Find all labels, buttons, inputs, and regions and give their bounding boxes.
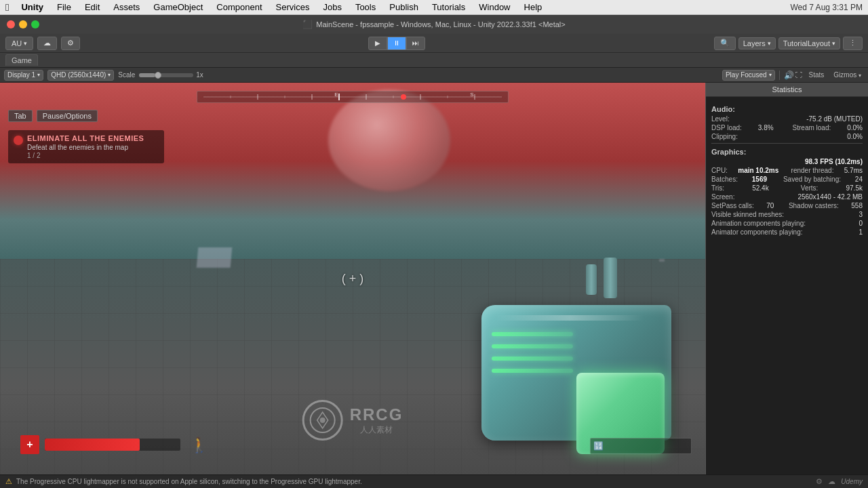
resolution-select[interactable]: QHD (2560x1440) ▾ (47, 70, 114, 81)
apple-menu[interactable]:  (5, 1, 9, 13)
stats-dsp-label: DSP load: (711, 124, 742, 131)
stats-screen-label: Screen: (711, 193, 734, 201)
objective-indicator (14, 136, 23, 145)
stats-verts-label: Verts: (801, 184, 818, 192)
display-select[interactable]: Display 1 ▾ (4, 70, 43, 81)
stats-toggle[interactable]: Stats (806, 70, 827, 79)
game-viewport[interactable]: Tab Pause/Options E (0, 83, 705, 474)
play-button[interactable]: ▶ (368, 37, 387, 50)
gizmos-toggle[interactable]: Gizmos ▾ (831, 70, 864, 79)
stats-stream-value: 0.0% (847, 124, 863, 131)
menu-datetime: Wed 7 Aug 3:31 PM (790, 3, 863, 12)
stats-anim-row: Animation components playing: 0 (711, 220, 863, 227)
pause-button[interactable]: ⏸ (387, 37, 406, 50)
enemy-sprite (197, 247, 231, 268)
toolbar-right: 🔍 Layers ▾ TutorialLayout ▾ ⋮ (714, 37, 863, 50)
more-options-button[interactable]: ⋮ (843, 37, 863, 50)
account-label: AU (12, 39, 22, 47)
stats-cpu-label: CPU: (711, 167, 728, 174)
stats-skinned-row: Visible skinned meshes: 3 (711, 211, 863, 218)
title-bar: ⬛ MainScene - fpssample - Windows, Mac, … (0, 15, 868, 34)
stats-header: Statistics (706, 83, 868, 97)
menu-file[interactable]: File (52, 1, 77, 13)
menu-help[interactable]: Help (519, 1, 548, 13)
health-fill (45, 439, 140, 451)
account-button[interactable]: AU ▾ (5, 37, 33, 50)
play-focused-label: Play Focused (726, 71, 767, 79)
layers-dropdown[interactable]: Layers ▾ (738, 37, 776, 49)
watermark-brand: RRCG (350, 405, 403, 424)
maximize-button[interactable] (31, 20, 39, 28)
weapon-stripe-1 (492, 332, 573, 336)
stats-tris-row: Tris: 52.4k Verts: 97.5k (711, 184, 863, 192)
stats-setpass-row: SetPass calls: 70 Shadow casters: 558 (711, 202, 863, 209)
chevron-down-icon: ▾ (24, 40, 27, 47)
step-button[interactable]: ⏭ (406, 37, 425, 50)
resolution-label: QHD (2560x1440) (51, 71, 106, 79)
stats-saved-label: Saved by batching: (783, 176, 841, 183)
stats-clipping-label: Clipping: (711, 133, 738, 140)
stats-clipping-value: 0.0% (847, 133, 863, 140)
stats-setpass-label: SetPass calls: (711, 202, 754, 209)
chevron-down-icon: ▾ (769, 72, 772, 78)
health-bar-container: + (20, 435, 180, 454)
stats-fps-value: 98.3 FPS (10.2ms) (805, 158, 863, 165)
stats-dsp-value: 3.8% (758, 124, 774, 131)
menu-unity[interactable]: Unity (16, 1, 49, 13)
cloud-button[interactable]: ☁ (37, 37, 57, 50)
stats-screen-value: 2560x1440 - 42.2 MB (797, 193, 863, 201)
menu-publish[interactable]: Publish (384, 1, 424, 13)
svg-text:S: S (470, 92, 473, 98)
watermark-logo (302, 400, 343, 441)
stats-tris-value: 52.4k (752, 184, 768, 192)
stats-shadow-label: Shadow casters: (789, 202, 839, 209)
menu-assets[interactable]: Assets (108, 1, 145, 13)
weapon-barrel-2 (586, 264, 597, 295)
svg-point-15 (320, 418, 326, 423)
menu-edit[interactable]: Edit (79, 1, 105, 13)
scale-slider-thumb[interactable] (155, 72, 161, 79)
game-tab[interactable]: Game (5, 54, 38, 66)
planet-object (328, 89, 450, 191)
stats-clipping-row: Clipping: 0.0% (711, 133, 863, 140)
menu-window[interactable]: Window (473, 1, 515, 13)
minimize-button[interactable] (19, 20, 27, 28)
layout-label: TutorialLayout (783, 39, 830, 47)
chevron-down-icon: ▾ (37, 72, 40, 78)
pause-button-hud[interactable]: Pause/Options (37, 110, 98, 122)
scale-value: 1x (196, 71, 203, 79)
stats-audio-title: Audio: (711, 105, 863, 113)
menu-tools[interactable]: Tools (350, 1, 381, 13)
stats-skinned-value: 3 (859, 211, 863, 218)
menu-services[interactable]: Services (271, 1, 315, 13)
stats-stream-label: Stream load: (793, 124, 831, 131)
stats-audio-level-row: Level: -75.2 dB (MUTED) (711, 115, 863, 123)
health-icon: + (20, 435, 39, 454)
game-tab-bar: Game (0, 53, 868, 68)
main-area: Tab Pause/Options E (0, 83, 868, 474)
svg-text:E: E (334, 92, 338, 98)
tab-button[interactable]: Tab (8, 110, 33, 122)
gizmos-label: Gizmos (833, 71, 856, 79)
cloud-icon-bottom: ☁ (828, 477, 835, 486)
chevron-down-icon: ▾ (832, 40, 835, 47)
chevron-down-icon: ▾ (768, 40, 771, 47)
layout-dropdown[interactable]: TutorialLayout ▾ (778, 37, 840, 49)
search-button[interactable]: 🔍 (714, 37, 736, 50)
ammo-indicator: 🔢 (590, 438, 692, 454)
settings-button[interactable]: ⚙ (61, 37, 80, 50)
play-focused-select[interactable]: Play Focused ▾ (722, 70, 775, 81)
maximize-icon: ⛶ (795, 71, 802, 79)
stats-cpu-value: main 10.2ms (738, 167, 778, 174)
ellipsis-icon: ⋮ (849, 39, 856, 47)
menu-jobs[interactable]: Jobs (317, 1, 347, 13)
search-icon: 🔍 (720, 39, 730, 47)
stats-panel: Statistics Audio: Level: -75.2 dB (MUTED… (705, 83, 868, 474)
stats-render-value: 5.7ms (844, 167, 863, 174)
menu-tutorials[interactable]: Tutorials (427, 1, 471, 13)
menu-gameobject[interactable]: GameObject (148, 1, 208, 13)
health-bar (45, 439, 180, 451)
window-title-text: MainScene - fpssample - Windows, Mac, Li… (316, 20, 565, 28)
close-button[interactable] (7, 20, 15, 28)
menu-component[interactable]: Component (211, 1, 267, 13)
